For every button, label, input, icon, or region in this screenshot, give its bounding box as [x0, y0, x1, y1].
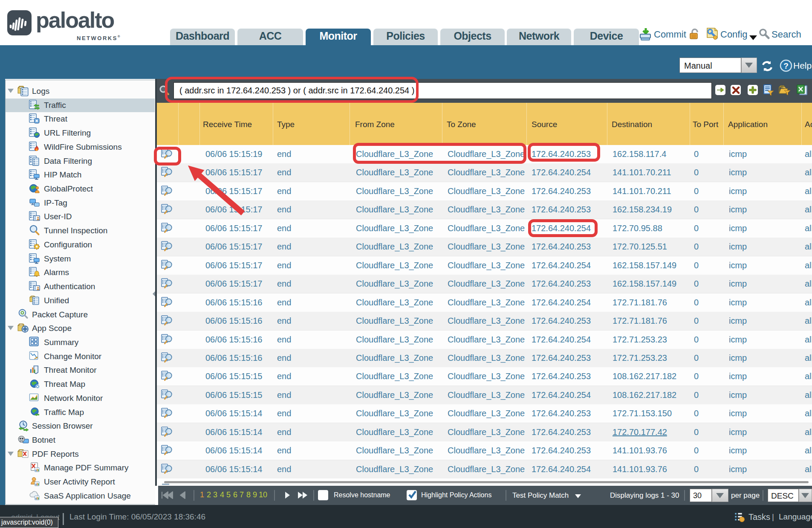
svg-text:?: ? [783, 61, 789, 70]
